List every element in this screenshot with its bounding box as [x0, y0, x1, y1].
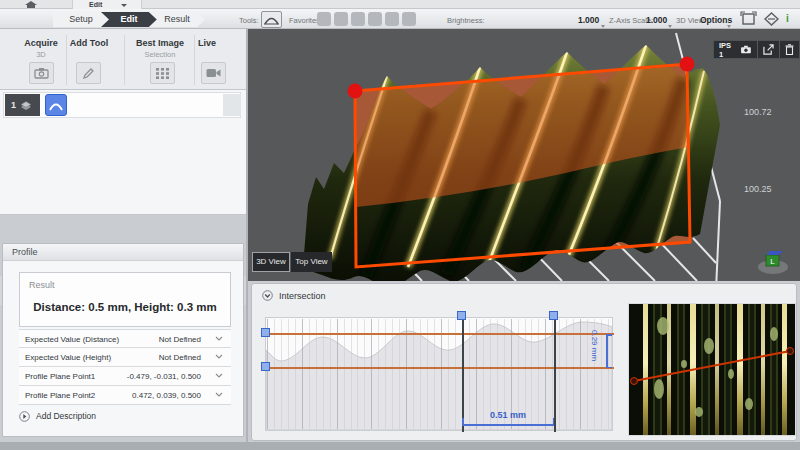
result-value: Distance: 0.5 mm, Height: 0.3 mm — [20, 301, 230, 313]
ips-label: IPS 1 — [719, 41, 737, 59]
chevron-down-icon — [121, 4, 127, 7]
favorite-slot[interactable] — [402, 12, 416, 26]
chevron-down-icon[interactable] — [601, 25, 605, 28]
property-value: Not Defined — [159, 353, 201, 362]
profile-endpoint-2[interactable] — [680, 57, 695, 72]
add-tool-button[interactable] — [76, 62, 101, 84]
surface-layers-icon — [20, 100, 32, 110]
property-value: -0.479, -0.031, 0.500 — [127, 372, 201, 381]
favorite-slot[interactable] — [368, 12, 382, 26]
property-row[interactable]: Expected Value (Distance) Not Defined — [19, 329, 231, 348]
acquire-group-label: Acquire — [14, 38, 68, 48]
add-description-button[interactable]: Add Description — [19, 410, 96, 422]
measurement-list-panel: 1 — [0, 90, 246, 215]
window-menu-tab[interactable]: Edit — [72, 0, 142, 9]
delete-button[interactable] — [779, 41, 799, 58]
live-button[interactable] — [201, 62, 226, 84]
intersection-panel: Intersection 0.51 mm 0.29 mm — [251, 283, 797, 441]
camera-icon — [34, 67, 49, 79]
z-axis-label-top: 100.72 — [744, 107, 772, 117]
chart-gridlines — [267, 319, 611, 429]
intersection-header[interactable]: Intersection — [262, 290, 326, 301]
favorite-slot[interactable] — [317, 12, 331, 26]
3d-viewport[interactable]: IPS 1 100.72 100.25 3D View Top View — [248, 29, 800, 281]
distance-measure-label: 0.51 mm — [462, 410, 554, 420]
result-box: Result Distance: 0.5 mm, Height: 0.3 mm — [19, 272, 231, 327]
height-measure-line — [606, 334, 608, 368]
property-label: Profile Plane Point1 — [25, 372, 95, 381]
tab-result[interactable]: Result — [149, 12, 205, 27]
right-cursor-line[interactable] — [554, 318, 556, 432]
rotate-3d-icon[interactable] — [763, 11, 780, 27]
favorite-slot[interactable] — [385, 12, 399, 26]
addtool-group-label: Add Tool — [62, 38, 116, 48]
acquire-ribbon: Acquire 3D Add Tool Best Image Selection… — [0, 29, 246, 90]
chevron-down-icon[interactable] — [668, 25, 672, 28]
chevron-down-icon[interactable] — [727, 25, 731, 28]
left-cursor-handle[interactable] — [457, 311, 466, 320]
acquire-group-sublabel: 3D — [14, 50, 68, 59]
profile-tool-selected-tile[interactable] — [45, 94, 67, 116]
bestimage-group-label: Best Image — [130, 38, 190, 48]
property-label: Profile Plane Point2 — [25, 391, 95, 400]
profile-panel: Profile Result Distance: 0.5 mm, Height:… — [2, 243, 244, 437]
property-row[interactable]: Expected Value (Height) Not Defined — [19, 348, 231, 367]
grid-icon — [156, 68, 169, 79]
upper-reference-line[interactable] — [266, 333, 614, 335]
gizmo-label: L — [770, 257, 775, 266]
collapse-icon[interactable] — [262, 290, 273, 301]
list-item[interactable]: 1 — [3, 92, 241, 118]
3d-view-button[interactable]: 3D View — [252, 252, 290, 272]
tab-setup[interactable]: Setup — [53, 12, 109, 27]
export-view-button[interactable] — [757, 41, 779, 58]
lower-line-handle[interactable] — [261, 362, 270, 371]
acquire-button[interactable] — [29, 62, 54, 84]
property-value: Not Defined — [159, 335, 201, 344]
chevron-down-icon[interactable] — [215, 373, 223, 378]
chevron-down-icon[interactable] — [215, 354, 223, 359]
3d-scene — [248, 29, 800, 281]
property-row[interactable]: Profile Plane Point1 -0.479, -0.031, 0.5… — [19, 367, 231, 386]
favorite-slot[interactable] — [334, 12, 348, 26]
z-axis-label-bottom: 100.25 — [744, 184, 772, 194]
home-icon[interactable] — [24, 1, 38, 8]
property-row[interactable]: Profile Plane Point2 0.472, 0.039, 0.500 — [19, 386, 231, 405]
ribbon-separator — [124, 35, 125, 85]
right-cursor-handle[interactable] — [549, 311, 558, 320]
chevron-down-icon[interactable] — [215, 392, 223, 397]
panel-divider — [246, 29, 248, 442]
expand-arrow-icon — [19, 411, 30, 422]
add-description-label: Add Description — [36, 411, 96, 421]
chevron-down-icon[interactable] — [215, 336, 223, 341]
live-group-label: Live — [186, 38, 228, 48]
brightness-label: Brightness: — [447, 16, 485, 25]
intersection-profile-chart[interactable]: 0.51 mm 0.29 mm — [265, 317, 613, 431]
favorite-slot[interactable] — [351, 12, 365, 26]
top-view-button[interactable]: Top View — [291, 252, 332, 272]
profile-tool-button[interactable] — [261, 11, 282, 28]
profile-panel-title: Profile — [12, 247, 38, 257]
window-menu-tab-label: Edit — [89, 0, 102, 9]
list-item-number-tile[interactable]: 1 — [5, 94, 40, 116]
view3d-options[interactable]: Options — [700, 15, 732, 25]
trash-icon — [785, 44, 794, 55]
top-view-thumbnail[interactable] — [628, 303, 796, 436]
bestimage-group-sublabel: Selection — [130, 50, 190, 59]
lower-reference-line[interactable] — [266, 367, 614, 369]
info-icon[interactable]: i — [786, 13, 789, 24]
ips-capture-button[interactable]: IPS 1 — [714, 41, 757, 58]
upper-line-handle[interactable] — [261, 328, 270, 337]
profile-panel-header[interactable]: Profile — [3, 244, 243, 261]
tab-edit[interactable]: Edit — [101, 12, 157, 27]
fit-frame-icon[interactable] — [740, 11, 757, 27]
viewport-toolbar: IPS 1 — [713, 40, 800, 59]
brightness-value[interactable]: 1.000 — [578, 15, 599, 25]
result-label: Result — [29, 280, 55, 290]
tools-label: Tools: — [239, 16, 259, 25]
best-image-button[interactable] — [150, 62, 175, 84]
orientation-gizmo[interactable]: L — [753, 247, 793, 277]
main-toolbar: Setup Edit Result Tools: Favorites: Brig… — [0, 9, 800, 29]
height-measure-label: 0.29 mm — [590, 330, 599, 372]
profile-endpoint-1[interactable] — [348, 84, 363, 99]
zaxis-value[interactable]: 1.000 — [646, 15, 667, 25]
